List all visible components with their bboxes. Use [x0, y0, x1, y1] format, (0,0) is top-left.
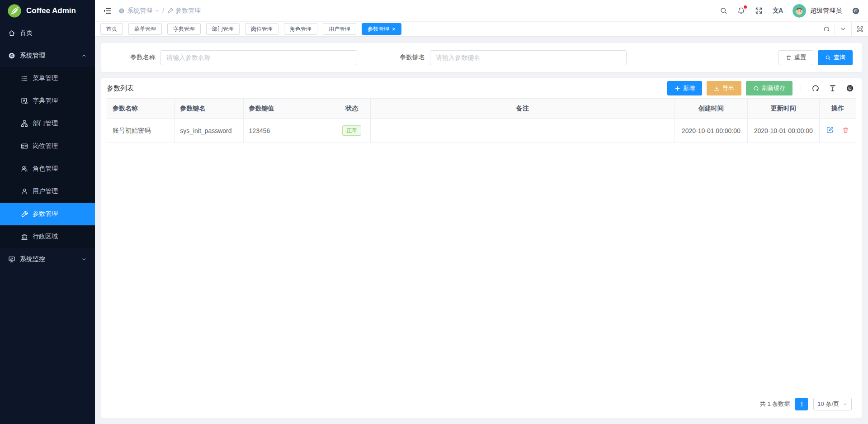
param-key-input[interactable] [430, 50, 627, 65]
add-button[interactable]: 新增 [667, 81, 702, 95]
breadcrumb-parent[interactable]: 系统管理 [118, 7, 159, 15]
sidebar-item-user-mgmt[interactable]: 用户管理 [0, 180, 95, 203]
search-button-label: 查询 [834, 53, 845, 62]
tab-label: 菜单管理 [134, 25, 156, 33]
sidebar-item-monitor[interactable]: 系统监控 [0, 248, 95, 271]
page-size-value: 10 条/页 [817, 400, 839, 408]
page-size-select[interactable]: 10 条/页 [813, 398, 852, 410]
home-icon [8, 29, 15, 37]
sidebar-item-label: 系统监控 [20, 255, 45, 263]
chevron-down-icon[interactable] [835, 22, 851, 36]
panel-header: 参数列表 新增 [107, 78, 856, 98]
sidebar-item-label: 系统管理 [20, 52, 45, 60]
app-title: Coffee Admin [26, 6, 76, 15]
chevron-down-icon [81, 257, 87, 262]
toggle-search-icon[interactable] [826, 84, 839, 92]
user-menu[interactable]: 超级管理员 [793, 4, 842, 18]
tab-label: 字典管理 [173, 25, 195, 33]
sidebar-collapse-icon[interactable] [103, 7, 111, 15]
dictionary-icon [21, 97, 28, 105]
breadcrumb-current: 参数管理 [167, 7, 201, 15]
user-icon [21, 188, 28, 195]
cell-param-value: 123456 [243, 119, 333, 143]
settings-gear-icon[interactable] [852, 7, 860, 15]
tab-label: 参数管理 [368, 25, 389, 33]
table-row: 账号初始密码 sys_init_password 123456 正常 2020-… [107, 119, 856, 143]
tab-role-mgmt[interactable]: 角色管理 [284, 23, 317, 35]
tab-param-mgmt[interactable]: 参数管理 × [362, 23, 401, 35]
gear-icon [8, 52, 15, 59]
sidebar-item-admin-region[interactable]: 行政区域 [0, 225, 95, 248]
panel-actions: 新增 导出 [667, 81, 856, 95]
tab-label: 首页 [106, 25, 117, 33]
sidebar-item-role-mgmt[interactable]: 角色管理 [0, 157, 95, 180]
tab-dict-mgmt[interactable]: 字典管理 [167, 23, 201, 35]
empty-space [107, 143, 856, 398]
tabbar-tools [818, 22, 868, 36]
tab-label: 角色管理 [290, 25, 311, 33]
refresh-table-icon[interactable] [809, 84, 822, 92]
col-actions: 操作 [819, 99, 856, 119]
fullscreen-icon[interactable] [755, 7, 763, 14]
notification-dot [744, 5, 747, 9]
page-button-1[interactable]: 1 [795, 398, 808, 410]
sidebar-menu: 首页 系统管理 [0, 22, 95, 271]
trash-icon [786, 55, 792, 61]
edit-icon[interactable] [826, 126, 834, 133]
sidebar-item-home[interactable]: 首页 [0, 22, 95, 44]
translate-icon[interactable]: 文A [773, 7, 783, 15]
sidebar-item-label: 菜单管理 [33, 74, 58, 82]
col-param-name: 参数名称 [107, 99, 175, 119]
app-logo[interactable]: Coffee Admin [0, 0, 95, 22]
param-list-panel: 参数列表 新增 [101, 78, 862, 418]
chevron-up-icon [81, 53, 87, 58]
reset-button[interactable]: 重置 [778, 50, 813, 65]
main-area: 系统管理 / 参数管理 [95, 0, 868, 424]
sidebar-item-post-mgmt[interactable]: 岗位管理 [0, 135, 95, 157]
sidebar: Coffee Admin 首页 系统管 [0, 0, 95, 424]
col-remark: 备注 [371, 99, 675, 119]
sidebar-item-param-mgmt[interactable]: 参数管理 [0, 203, 95, 225]
cell-param-name: 账号初始密码 [107, 119, 175, 143]
add-button-label: 新增 [683, 84, 695, 92]
chevron-down-icon [155, 9, 159, 13]
col-param-value: 参数键值 [243, 99, 333, 119]
table-header-row: 参数名称 参数键名 参数键值 状态 备注 创建时间 更新时间 操作 [107, 99, 856, 119]
breadcrumb-parent-label: 系统管理 [127, 7, 152, 15]
param-name-input[interactable] [160, 50, 357, 65]
tab-dept-mgmt[interactable]: 部门管理 [206, 23, 240, 35]
roles-icon [21, 165, 28, 172]
refresh-cache-button[interactable]: 刷新缓存 [746, 81, 793, 95]
search-icon[interactable] [720, 7, 727, 14]
cell-param-key: sys_init_password [175, 119, 243, 143]
sidebar-item-label: 角色管理 [33, 165, 58, 173]
sidebar-item-dept-mgmt[interactable]: 部门管理 [0, 112, 95, 135]
sidebar-item-label: 首页 [20, 29, 33, 37]
tab-home[interactable]: 首页 [100, 23, 123, 35]
sidebar-item-system[interactable]: 系统管理 [0, 44, 95, 67]
search-button[interactable]: 查询 [818, 50, 853, 65]
breadcrumb-separator: / [162, 7, 164, 14]
export-button[interactable]: 导出 [707, 81, 741, 95]
sidebar-item-label: 参数管理 [33, 210, 58, 218]
cell-actions [819, 119, 856, 143]
column-settings-gear-icon[interactable] [844, 84, 856, 92]
notification-bell-icon[interactable] [737, 7, 745, 14]
tab-close-icon[interactable]: × [392, 26, 396, 32]
divider [838, 127, 838, 133]
breadcrumb-current-label: 参数管理 [175, 7, 201, 15]
tab-label: 岗位管理 [251, 25, 273, 33]
username: 超级管理员 [810, 7, 842, 15]
param-key-field-group: 参数键名 [380, 50, 627, 65]
reset-button-label: 重置 [794, 53, 806, 62]
org-tree-icon [21, 120, 28, 127]
tab-post-mgmt[interactable]: 岗位管理 [245, 23, 278, 35]
refresh-icon[interactable] [818, 22, 835, 36]
delete-trash-icon[interactable] [842, 127, 849, 133]
tab-user-mgmt[interactable]: 用户管理 [323, 23, 356, 35]
panel-title: 参数列表 [107, 84, 134, 93]
sidebar-item-menu-mgmt[interactable]: 菜单管理 [0, 67, 95, 90]
maximize-icon[interactable] [851, 22, 868, 36]
sidebar-item-dict-mgmt[interactable]: 字典管理 [0, 90, 95, 112]
tab-menu-mgmt[interactable]: 菜单管理 [128, 23, 162, 35]
